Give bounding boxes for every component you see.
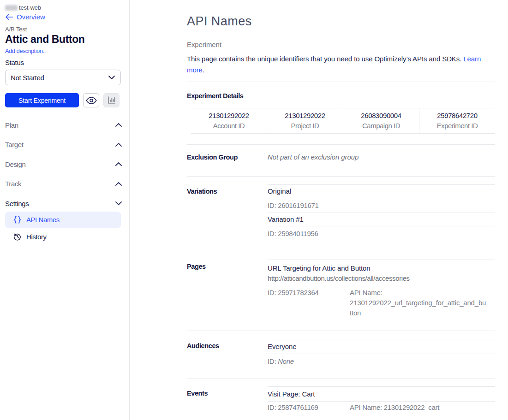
chevron-up-icon — [115, 162, 122, 166]
nav-section-label: Settings — [5, 200, 29, 207]
section-label: Audiences — [187, 339, 268, 368]
id-value: 25984011956 — [278, 230, 318, 237]
nav-section-label: Target — [5, 141, 24, 148]
exclusion-group-value: Not part of an exclusion group — [268, 152, 495, 162]
id-label: ID: — [268, 403, 276, 411]
api-name-value: 21301292022_cart — [384, 403, 439, 411]
audience-item: Everyone ID: None — [268, 339, 495, 368]
section-audiences: Audiences Everyone ID: None — [187, 331, 495, 379]
back-link-label: Overview — [17, 12, 45, 22]
nav-section-design[interactable]: Design — [5, 159, 122, 169]
section-pages: Pages URL Targeting for Attic and Button… — [187, 252, 495, 331]
history-icon — [13, 233, 21, 241]
sentence-end: . — [203, 66, 204, 74]
bar-chart-icon — [107, 96, 116, 105]
page-id-row: ID: 25971782364 API Name: 21301292022_ur… — [268, 286, 495, 318]
status-select-value: Not Started — [11, 74, 44, 82]
event-name: Visit Page: Cart — [268, 387, 495, 402]
experiment-type-label: A/B Test — [5, 26, 122, 33]
nav-section-label: Track — [5, 180, 21, 188]
stat-value: 21301292022 — [191, 111, 267, 121]
variation-item: Original ID: 26016191671 — [268, 184, 495, 213]
id-value: 25874761169 — [278, 403, 318, 411]
chevron-down-icon — [115, 201, 122, 205]
chevron-up-icon — [115, 143, 122, 147]
page-name: URL Targeting for Attic and Button — [268, 263, 495, 273]
page-title: API Names — [187, 13, 495, 30]
api-name-value: 21301292022_url_targeting_for_attic_and_… — [350, 299, 486, 317]
back-to-overview-link[interactable]: Overview — [5, 12, 122, 22]
experiment-details-heading: Experiment Details — [187, 91, 495, 101]
nav-section-track[interactable]: Track — [5, 179, 122, 189]
page-item: URL Targeting for Attic and Button http:… — [268, 260, 495, 318]
stat-campaign-id: 26083090004 Campaign ID — [343, 108, 419, 133]
arrow-left-icon — [5, 14, 13, 20]
section-label: Exclusion Group — [187, 152, 268, 162]
event-id: ID: 25874761169 — [268, 402, 350, 414]
stat-project-id: 21301292022 Project ID — [267, 108, 343, 133]
chevron-up-icon — [115, 182, 122, 186]
stat-experiment-id: 25978642720 Experiment ID — [419, 108, 495, 133]
section-label: Variations — [187, 184, 268, 241]
chevron-up-icon — [115, 123, 122, 127]
api-name-label: API Name: — [350, 403, 382, 411]
nav-section-settings[interactable]: Settings — [5, 198, 122, 208]
sidebar-item-label: API Names — [26, 216, 60, 224]
sidebar-item-history[interactable]: History — [5, 229, 121, 245]
section-events: Events Visit Page: Cart ID: 25874761169 … — [187, 379, 495, 414]
variation-name: Original — [268, 185, 495, 198]
section-exclusion-group: Exclusion Group Not part of an exclusion… — [187, 144, 495, 176]
page-description: This page contains the unique identifier… — [187, 53, 495, 75]
nav-section-plan[interactable]: Plan — [5, 120, 122, 130]
project-name: test-web — [19, 4, 41, 11]
divider — [187, 82, 495, 82]
sidebar-item-label: History — [26, 233, 47, 241]
project-row: test-web — [5, 4, 122, 11]
eye-icon — [86, 97, 97, 104]
stat-value: 21301292022 — [267, 111, 343, 121]
audience-id-row: ID: None — [268, 354, 495, 368]
sidebar: test-web Overview A/B Test Attic and But… — [0, 0, 130, 420]
preview-button[interactable] — [83, 93, 99, 107]
id-value: 26016191671 — [278, 201, 318, 209]
api-name-label: API Name: — [350, 289, 382, 296]
section-label: Events — [187, 386, 268, 414]
nav-section-label: Plan — [5, 121, 18, 129]
main-panel: API Names Experiment This page contains … — [130, 0, 508, 420]
stat-value: 26083090004 — [343, 111, 419, 121]
id-value: 25971782364 — [278, 289, 318, 296]
stat-label: Project ID — [267, 121, 343, 131]
chevron-down-icon — [108, 76, 115, 79]
sidebar-item-api-names[interactable]: API Names — [5, 212, 121, 228]
page-api-name: API Name: 21301292022_url_targeting_for_… — [350, 288, 487, 318]
section-label: Pages — [187, 260, 268, 318]
id-value: None — [278, 357, 294, 365]
experiment-name: Attic and Button — [5, 33, 122, 46]
page-id: ID: 25971782364 — [268, 288, 350, 318]
variation-name: Variation #1 — [268, 213, 495, 226]
stat-label: Campaign ID — [343, 121, 419, 131]
experiment-nav: Plan Target Design Track Settings API Na… — [5, 120, 122, 245]
stat-value: 25978642720 — [419, 111, 495, 121]
stat-label: Account ID — [191, 121, 267, 131]
status-select[interactable]: Not Started — [5, 70, 121, 85]
event-id-row: ID: 25874761169 API Name: 21301292022_ca… — [268, 402, 495, 414]
page-item-header: URL Targeting for Attic and Button http:… — [268, 260, 495, 286]
variation-item: Variation #1 ID: 25984011956 — [268, 213, 495, 241]
id-label: ID: — [268, 357, 276, 365]
results-button[interactable] — [103, 93, 120, 107]
audience-name: Everyone — [268, 339, 495, 354]
variation-id-row: ID: 25984011956 — [268, 226, 495, 241]
page-subtitle: Experiment — [187, 40, 495, 50]
add-description-link[interactable]: Add description.. — [5, 47, 122, 55]
status-label: Status — [5, 58, 122, 67]
experiment-details-stats: 21301292022 Account ID 21301292022 Proje… — [191, 108, 495, 134]
start-experiment-button[interactable]: Start Experiment — [5, 93, 79, 107]
id-label: ID: — [268, 289, 276, 296]
stat-account-id: 21301292022 Account ID — [191, 108, 267, 133]
nav-section-target[interactable]: Target — [5, 140, 122, 150]
nav-section-label: Design — [5, 160, 26, 168]
braces-icon — [13, 216, 21, 224]
variation-id-row: ID: 26016191671 — [268, 198, 495, 213]
event-api-name: API Name: 21301292022_cart — [350, 402, 439, 414]
